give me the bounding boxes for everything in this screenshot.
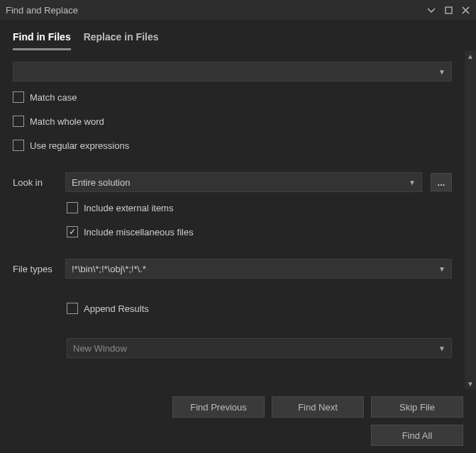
use-regex-row: Use regular expressions: [13, 137, 452, 154]
file-types-label: File types: [13, 264, 57, 274]
use-regex-label: Use regular expressions: [30, 140, 129, 151]
chevron-down-icon: ▼: [409, 179, 416, 186]
content: ▼ Match case Match whole word Use regula…: [0, 50, 465, 389]
svg-rect-0: [445, 7, 452, 13]
window-title: Find and Replace: [6, 5, 78, 16]
window-menu-icon[interactable]: [426, 5, 436, 15]
find-all-button[interactable]: Find All: [371, 425, 463, 446]
titlebar: Find and Replace: [0, 0, 476, 20]
match-whole-word-label: Match whole word: [30, 116, 104, 127]
results-window-combo[interactable]: New Window ▼: [67, 338, 452, 358]
chevron-down-icon: ▼: [438, 68, 445, 76]
look-in-row: Look in Entire solution ▼ ...: [13, 172, 452, 192]
scroll-up-icon[interactable]: ▲: [465, 50, 476, 62]
results-window-value: New Window: [73, 343, 127, 354]
tab-bar: Find in Files Replace in Files: [0, 20, 476, 50]
maximize-icon[interactable]: [443, 5, 453, 15]
look-in-options: Include external items Include miscellan…: [13, 199, 452, 240]
include-misc-label: Include miscellaneous files: [84, 227, 194, 237]
include-external-row: Include external items: [67, 199, 452, 216]
match-case-checkbox[interactable]: [13, 91, 24, 103]
file-types-value: !*\bin\*;!*\obj\*;!*\.*: [72, 264, 146, 274]
match-whole-word-checkbox[interactable]: [13, 116, 24, 127]
match-whole-word-row: Match whole word: [13, 113, 452, 130]
include-external-label: Include external items: [84, 203, 173, 213]
include-misc-row: Include miscellaneous files: [67, 223, 452, 240]
match-case-label: Match case: [30, 92, 77, 103]
find-next-button[interactable]: Find Next: [272, 396, 364, 418]
look-in-label: Look in: [13, 177, 57, 188]
use-regex-checkbox[interactable]: [13, 140, 24, 151]
results-options: Append Results New Window ▼: [13, 300, 452, 358]
chevron-down-icon: ▼: [438, 345, 445, 352]
browse-button[interactable]: ...: [431, 173, 452, 191]
buttons-row-1: Find Previous Find Next Skip File: [0, 389, 476, 425]
append-results-row: Append Results: [67, 300, 452, 317]
append-results-checkbox[interactable]: [67, 303, 78, 314]
close-icon[interactable]: [460, 5, 470, 15]
vertical-scrollbar[interactable]: ▲ ▼: [465, 50, 476, 389]
tab-replace-in-files[interactable]: Replace in Files: [84, 27, 159, 50]
window-controls: [426, 5, 470, 15]
look-in-combo[interactable]: Entire solution ▼: [65, 172, 422, 192]
browse-label: ...: [438, 177, 445, 188]
file-types-combo[interactable]: !*\bin\*;!*\obj\*;!*\.* ▼: [65, 259, 452, 279]
include-misc-checkbox[interactable]: [67, 226, 78, 237]
skip-file-button[interactable]: Skip File: [371, 396, 463, 418]
search-term-combo[interactable]: ▼: [13, 62, 452, 82]
look-in-value: Entire solution: [72, 177, 130, 188]
find-previous-button[interactable]: Find Previous: [172, 396, 265, 418]
append-results-label: Append Results: [84, 303, 149, 314]
tab-find-in-files[interactable]: Find in Files: [13, 27, 71, 50]
chevron-down-icon: ▼: [438, 265, 445, 273]
match-case-row: Match case: [13, 89, 452, 106]
find-replace-window: Find and Replace Find in Files Replace i…: [0, 0, 476, 453]
scroll-down-icon[interactable]: ▼: [465, 378, 476, 389]
buttons-row-2: Find All: [0, 425, 476, 453]
file-types-row: File types !*\bin\*;!*\obj\*;!*\.* ▼: [13, 259, 452, 279]
include-external-checkbox[interactable]: [67, 202, 78, 213]
content-wrap: ▼ Match case Match whole word Use regula…: [0, 50, 476, 389]
scroll-track[interactable]: [465, 62, 476, 378]
